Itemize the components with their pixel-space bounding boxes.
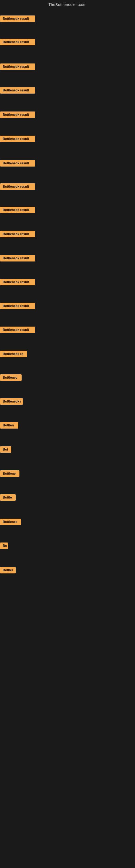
result-row-3: Bottleneck result [0, 63, 35, 71]
result-row-21: Bottle [0, 494, 16, 502]
result-row-14: Bottleneck result [0, 327, 35, 334]
bottleneck-result-badge-21[interactable]: Bottle [0, 494, 16, 501]
result-row-15: Bottleneck re [0, 351, 27, 358]
result-row-22: Bottlenec [0, 519, 21, 526]
result-row-9: Bottleneck result [0, 207, 35, 214]
bottleneck-result-badge-22[interactable]: Bottlenec [0, 519, 21, 525]
result-row-6: Bottleneck result [0, 135, 35, 143]
bottleneck-result-badge-4[interactable]: Bottleneck result [0, 87, 35, 94]
bottleneck-result-badge-1[interactable]: Bottleneck result [0, 16, 35, 22]
result-row-5: Bottleneck result [0, 112, 35, 119]
site-header: TheBottlenecker.com [0, 0, 135, 8]
result-row-17: Bottleneck r [0, 398, 23, 406]
bottleneck-result-badge-20[interactable]: Bottlene [0, 470, 19, 477]
result-row-18: Bottlen [0, 422, 18, 430]
result-row-13: Bottleneck result [0, 303, 35, 310]
bottleneck-result-badge-17[interactable]: Bottleneck r [0, 398, 23, 405]
result-row-7: Bottleneck result [0, 160, 35, 167]
bottleneck-result-badge-24[interactable]: Bottler [0, 567, 16, 574]
bottleneck-result-badge-7[interactable]: Bottleneck result [0, 160, 35, 166]
bottleneck-result-badge-8[interactable]: Bottleneck result [0, 183, 35, 190]
result-row-1: Bottleneck result [0, 16, 35, 23]
result-row-19: Bot [0, 446, 11, 454]
bottleneck-result-badge-11[interactable]: Bottleneck result [0, 255, 35, 261]
result-row-2: Bottleneck result [0, 39, 35, 46]
bottleneck-result-badge-10[interactable]: Bottleneck result [0, 231, 35, 237]
result-row-12: Bottleneck result [0, 279, 35, 286]
bottleneck-result-badge-14[interactable]: Bottleneck result [0, 327, 35, 333]
result-row-8: Bottleneck result [0, 183, 35, 191]
site-title: TheBottlenecker.com [48, 2, 86, 7]
bottleneck-result-badge-2[interactable]: Bottleneck result [0, 39, 35, 45]
result-row-20: Bottlene [0, 470, 19, 478]
bottleneck-result-badge-6[interactable]: Bottleneck result [0, 135, 35, 142]
bottleneck-result-badge-16[interactable]: Bottlenec [0, 374, 21, 381]
bottleneck-result-badge-12[interactable]: Bottleneck result [0, 279, 35, 285]
result-row-11: Bottleneck result [0, 255, 35, 262]
result-row-10: Bottleneck result [0, 231, 35, 239]
bottleneck-result-badge-9[interactable]: Bottleneck result [0, 207, 35, 213]
result-row-4: Bottleneck result [0, 87, 35, 95]
bottleneck-result-badge-18[interactable]: Bottlen [0, 422, 18, 429]
bottleneck-result-badge-23[interactable]: Bo [0, 542, 8, 549]
bottleneck-result-badge-5[interactable]: Bottleneck result [0, 112, 35, 118]
result-row-24: Bottler [0, 567, 16, 575]
bottleneck-result-badge-13[interactable]: Bottleneck result [0, 303, 35, 309]
result-row-23: Bo [0, 542, 8, 550]
result-row-16: Bottlenec [0, 374, 21, 382]
bottleneck-result-badge-19[interactable]: Bot [0, 446, 11, 453]
bottleneck-result-badge-15[interactable]: Bottleneck re [0, 351, 27, 357]
bottleneck-result-badge-3[interactable]: Bottleneck result [0, 63, 35, 70]
